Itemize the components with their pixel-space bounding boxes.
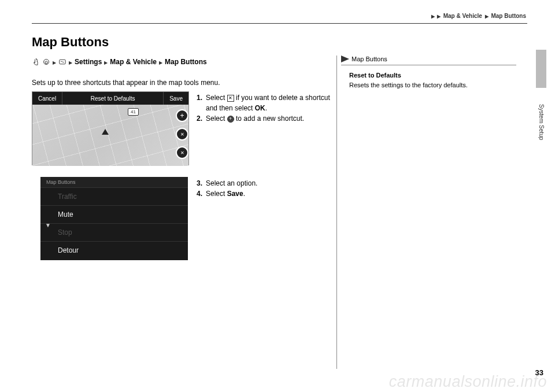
steps-block-2: 3. Select an option. 4. Select Save. [197, 178, 332, 199]
note-icon [341, 56, 349, 62]
list-item-detour[interactable]: Detour [40, 241, 188, 259]
save-label: Save [227, 190, 243, 198]
plus-circle-icon: + [227, 116, 234, 123]
breadcrumb-level2: Map Buttons [491, 13, 526, 19]
sidebar-underline [341, 65, 516, 65]
breadcrumb-level1: Map & Vehicle [443, 13, 482, 19]
hand-icon [32, 58, 40, 66]
intro-text: Sets up to three shortcuts that appear i… [32, 79, 220, 87]
step-4: 4. Select Save. [197, 188, 332, 199]
add-shortcut-button[interactable]: + [176, 109, 188, 122]
nav-path: Settings Map & Vehicle Map Buttons [32, 58, 207, 66]
step-3: 3. Select an option. [197, 178, 332, 188]
cancel-button[interactable]: Cancel [32, 92, 62, 105]
scroll-down-icon[interactable]: ▼ [45, 222, 51, 228]
chevron-right-icon [485, 13, 489, 19]
step-1: 1. Select ✕ if you want to delete a shor… [197, 93, 332, 113]
watermark: carmanualsonline.info [389, 373, 547, 391]
route-badge: 41 [128, 108, 139, 116]
section-label: System Setup [538, 104, 545, 140]
vehicle-cursor-icon [102, 129, 109, 135]
thumb-tab [536, 50, 546, 88]
chevron-right-icon [69, 59, 72, 65]
step-number: 3. [197, 178, 204, 188]
step-text-part: Select [206, 190, 227, 198]
step-number: 1. [197, 93, 204, 113]
step-text-part: Select [206, 94, 227, 102]
sidebar-subtitle: Reset to Defaults [349, 71, 517, 80]
home-icon [42, 58, 50, 66]
list-item-stop[interactable]: Stop [40, 223, 188, 241]
step-text-part: . [265, 104, 267, 112]
sidebar-heading: Map Buttons [341, 56, 387, 62]
chevron-right-icon [437, 13, 441, 19]
chevron-right-icon [159, 59, 162, 65]
shortcut-delete-button[interactable]: ✕ [176, 128, 188, 140]
step-number: 4. [197, 188, 204, 199]
list-header: Map Buttons [40, 177, 188, 187]
reset-defaults-button[interactable]: Reset to Defaults [62, 92, 164, 105]
screenshot-map: Cancel Reset to Defaults Save 41 + ✕ ✕ [32, 91, 189, 165]
screenshot-list: Map Buttons Traffic Mute Stop Detour ▼ [40, 177, 188, 260]
delete-x-icon: ✕ [227, 95, 234, 102]
sidebar-divider [336, 56, 337, 369]
step-text-part: . [243, 190, 245, 198]
ok-label: OK [255, 104, 265, 112]
step-text: Select an option. [206, 178, 332, 188]
steps-block-1: 1. Select ✕ if you want to delete a shor… [197, 93, 332, 124]
screenshot-topbar: Cancel Reset to Defaults Save [32, 92, 188, 105]
path-map-vehicle: Map & Vehicle [110, 58, 157, 66]
sidebar-body: Reset to Defaults Resets the settings to… [349, 71, 517, 90]
step-number: 2. [197, 113, 204, 124]
step-text: Select + to add a new shortcut. [206, 113, 332, 124]
sidebar-heading-text: Map Buttons [352, 56, 387, 62]
path-settings: Settings [75, 58, 102, 66]
path-map-buttons: Map Buttons [165, 58, 207, 66]
chevron-right-icon [431, 13, 435, 19]
list-item-traffic[interactable]: Traffic [40, 187, 188, 205]
breadcrumb-top: Map & Vehicle Map Buttons [430, 13, 526, 19]
step-text-part: Select [206, 114, 227, 123]
nav-icon [58, 58, 66, 66]
page-title: Map Buttons [32, 35, 109, 50]
divider-top [32, 23, 527, 24]
step-text: Select Save. [206, 188, 332, 199]
save-button[interactable]: Save [164, 92, 188, 105]
chevron-right-icon [104, 59, 108, 65]
list-item-mute[interactable]: Mute [40, 205, 188, 223]
sidebar-desc: Resets the settings to the factory defau… [349, 80, 517, 90]
chevron-right-icon [53, 59, 56, 65]
map-area: 41 + ✕ ✕ [32, 105, 188, 166]
step-text-part: to add a new shortcut. [234, 114, 304, 123]
step-text: Select ✕ if you want to delete a shortcu… [206, 93, 332, 113]
step-2: 2. Select + to add a new shortcut. [197, 113, 332, 124]
shortcut-delete-button[interactable]: ✕ [176, 146, 188, 159]
